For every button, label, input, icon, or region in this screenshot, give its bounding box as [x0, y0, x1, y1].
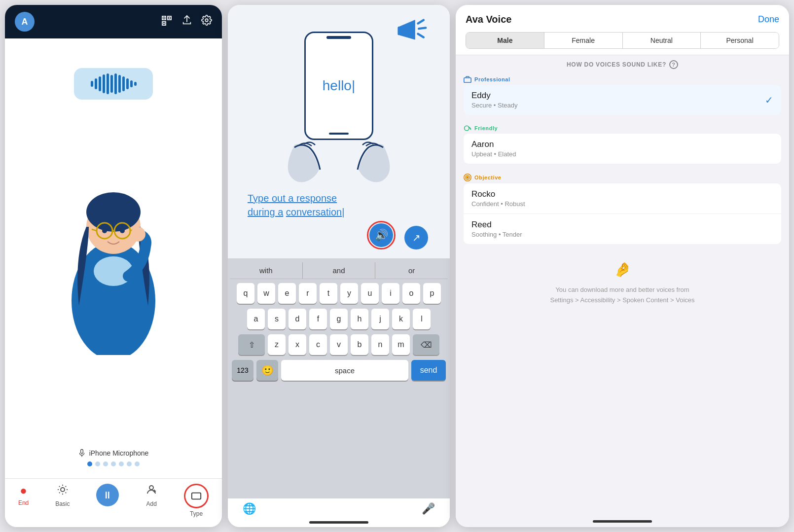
- avatar[interactable]: A: [15, 12, 35, 32]
- tab-male[interactable]: Male: [466, 33, 544, 48]
- voice-info-aaron: Aaron Upbeat • Elated: [471, 140, 516, 158]
- svg-rect-31: [192, 493, 201, 499]
- key-a[interactable]: a: [247, 309, 265, 329]
- key-e[interactable]: e: [278, 283, 296, 304]
- done-button[interactable]: Done: [758, 14, 779, 25]
- key-u[interactable]: u: [361, 283, 379, 304]
- key-w[interactable]: w: [257, 283, 275, 304]
- section-friendly: Friendly Aaron Upbeat • Elated: [456, 120, 789, 169]
- key-m[interactable]: m: [392, 334, 410, 355]
- key-n[interactable]: n: [371, 334, 389, 355]
- voice-desc-aaron: Upbeat • Elated: [471, 150, 516, 158]
- right-home-bar: [593, 520, 652, 523]
- home-bar: [309, 521, 368, 524]
- key-c[interactable]: c: [309, 334, 327, 355]
- tab-female[interactable]: Female: [544, 33, 623, 48]
- key-t[interactable]: t: [320, 283, 337, 304]
- section-label-objective: Objective: [464, 174, 781, 181]
- key-r[interactable]: r: [299, 283, 317, 304]
- nav-add[interactable]: Add: [145, 484, 157, 517]
- voice-option-aaron[interactable]: Aaron Upbeat • Elated: [464, 134, 781, 164]
- svg-point-28: [149, 486, 153, 490]
- keyboard-suggestions: with and or: [230, 262, 448, 279]
- section-label-friendly: Friendly: [464, 125, 781, 132]
- dot: [119, 461, 124, 466]
- keyboard-area: with and or q w e r t y u i o p a s d f …: [228, 258, 450, 498]
- key-o[interactable]: o: [402, 283, 420, 304]
- key-v[interactable]: v: [330, 334, 348, 355]
- waveform: [91, 74, 137, 94]
- svg-line-43: [418, 34, 424, 37]
- voice-name-aaron: Aaron: [471, 140, 516, 149]
- speak-button[interactable]: 🔊: [369, 223, 393, 247]
- key-send[interactable]: send: [411, 360, 446, 381]
- key-123[interactable]: 123: [232, 360, 253, 381]
- keyboard-row-2: a s d f g h j k l: [230, 309, 448, 329]
- svg-point-47: [467, 177, 468, 178]
- key-z[interactable]: z: [268, 334, 286, 355]
- friendly-icon: [464, 125, 471, 132]
- waveform-bar: [91, 81, 93, 87]
- voice-option-rocko[interactable]: Rocko Confident • Robust: [464, 183, 781, 214]
- help-icon[interactable]: ?: [669, 60, 678, 69]
- share-icon[interactable]: [181, 15, 192, 29]
- tab-personal[interactable]: Personal: [701, 33, 779, 48]
- voice-option-eddy[interactable]: Eddy Secure • Steady ✓: [464, 85, 781, 115]
- key-shift[interactable]: ⇧: [238, 334, 265, 355]
- mic-icon[interactable]: 🎤: [422, 502, 435, 515]
- nav-pause[interactable]: ⏸: [96, 484, 119, 517]
- key-q[interactable]: q: [237, 283, 254, 304]
- suggestion-and[interactable]: and: [303, 262, 376, 279]
- key-space[interactable]: space: [281, 360, 408, 381]
- key-g[interactable]: g: [330, 309, 348, 329]
- speech-bubble: [74, 68, 153, 100]
- voice-name-eddy: Eddy: [471, 91, 517, 101]
- top-bar: A: [5, 5, 222, 38]
- nav-basic[interactable]: Basic: [55, 484, 70, 517]
- download-hint: 🤌 You can download more and better voice…: [456, 249, 789, 310]
- dot: [135, 461, 140, 466]
- waveform-bar: [99, 76, 101, 91]
- svg-rect-5: [163, 23, 165, 24]
- svg-rect-40: [397, 27, 402, 35]
- speak-button-wrapper: 🔊: [367, 221, 396, 249]
- nav-end[interactable]: ● End: [18, 484, 29, 517]
- key-f[interactable]: f: [309, 309, 327, 329]
- nav-end-label: End: [18, 499, 29, 506]
- qr-code-icon[interactable]: [161, 15, 173, 29]
- key-p[interactable]: p: [423, 283, 441, 304]
- phone-hands: hello|: [280, 22, 398, 184]
- voice-header-row: Ava Voice Done: [466, 14, 779, 25]
- svg-line-42: [419, 28, 426, 29]
- dot: [127, 461, 132, 466]
- section-bg-friendly: Aaron Upbeat • Elated: [464, 134, 781, 164]
- key-l[interactable]: l: [413, 309, 431, 329]
- key-d[interactable]: d: [289, 309, 306, 329]
- keyboard-bottom-row: 123 🙂 space send: [230, 360, 448, 381]
- voice-name-reed: Reed: [471, 220, 522, 230]
- section-bg-professional: Eddy Secure • Steady ✓: [464, 85, 781, 115]
- suggestion-or[interactable]: or: [375, 262, 448, 279]
- type-button[interactable]: [184, 484, 209, 508]
- globe-icon[interactable]: 🌐: [243, 502, 256, 515]
- pause-button[interactable]: ⏸: [96, 484, 119, 506]
- expand-button[interactable]: ↗: [404, 226, 428, 249]
- key-s[interactable]: s: [268, 309, 286, 329]
- voice-header: Ava Voice Done Male Female Neutral Perso…: [456, 5, 789, 55]
- tab-neutral[interactable]: Neutral: [623, 33, 701, 48]
- key-i[interactable]: i: [382, 283, 399, 304]
- key-k[interactable]: k: [392, 309, 410, 329]
- key-x[interactable]: x: [289, 334, 306, 355]
- key-backspace[interactable]: ⌫: [413, 334, 439, 355]
- section-bg-objective: Rocko Confident • Robust Reed Soothing •…: [464, 183, 781, 244]
- key-emoji[interactable]: 🙂: [256, 360, 278, 381]
- key-y[interactable]: y: [340, 283, 358, 304]
- key-h[interactable]: h: [351, 309, 368, 329]
- key-b[interactable]: b: [351, 334, 368, 355]
- settings-icon[interactable]: [201, 15, 212, 29]
- voice-option-reed[interactable]: Reed Soothing • Tender: [464, 214, 781, 244]
- nav-type[interactable]: Type: [184, 484, 209, 517]
- suggestion-with[interactable]: with: [230, 262, 303, 279]
- waveform-bar: [107, 73, 109, 94]
- key-j[interactable]: j: [371, 309, 389, 329]
